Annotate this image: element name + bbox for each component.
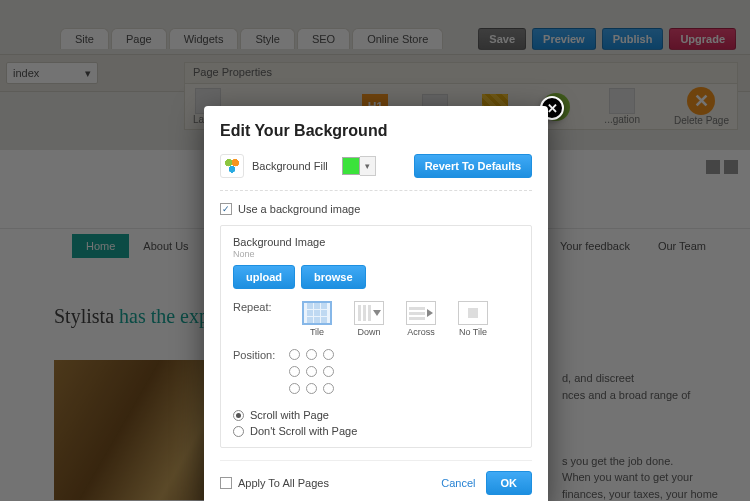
palette-icon [220,154,244,178]
revert-button[interactable]: Revert To Defaults [414,154,532,178]
repeat-label: Repeat: [233,301,285,313]
bg-image-value: None [233,249,519,259]
position-grid [289,349,337,397]
scroll-with-page-radio[interactable] [233,410,244,421]
pos-tc[interactable] [306,349,317,360]
position-label: Position: [233,349,285,361]
repeat-tile[interactable]: Tile [297,301,337,337]
pos-tr[interactable] [323,349,334,360]
background-color-swatch[interactable] [342,157,360,175]
pos-mc[interactable] [306,366,317,377]
pos-mr[interactable] [323,366,334,377]
pos-bl[interactable] [289,383,300,394]
cancel-link[interactable]: Cancel [441,477,475,489]
apply-all-label: Apply To All Pages [238,477,329,489]
repeat-across[interactable]: Across [401,301,441,337]
browse-button[interactable]: browse [301,265,366,289]
ok-button[interactable]: OK [486,471,533,495]
edit-background-dialog: Edit Your Background Background Fill ▾ R… [204,106,548,501]
close-icon: ✕ [547,101,558,116]
dont-scroll-label: Don't Scroll with Page [250,425,357,437]
scroll-with-page-label: Scroll with Page [250,409,329,421]
chevron-down-icon: ▾ [365,161,370,171]
dialog-title: Edit Your Background [220,122,532,140]
use-bg-image-checkbox[interactable] [220,203,232,215]
bg-image-panel: Background Image None upload browse Repe… [220,225,532,448]
repeat-down[interactable]: Down [349,301,389,337]
dont-scroll-radio[interactable] [233,426,244,437]
pos-tl[interactable] [289,349,300,360]
bg-image-heading: Background Image [233,236,519,248]
upload-button[interactable]: upload [233,265,295,289]
pos-br[interactable] [323,383,334,394]
pos-ml[interactable] [289,366,300,377]
apply-all-checkbox[interactable] [220,477,232,489]
use-bg-image-label: Use a background image [238,203,360,215]
repeat-none[interactable]: No Tile [453,301,493,337]
pos-bc[interactable] [306,383,317,394]
background-fill-label: Background Fill [252,160,328,172]
color-dropdown[interactable]: ▾ [360,156,376,176]
